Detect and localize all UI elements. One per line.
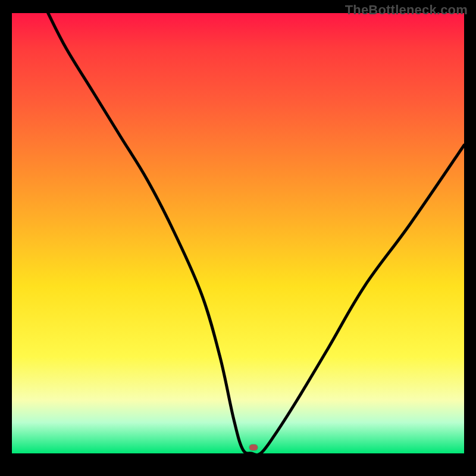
curve-layer bbox=[12, 13, 464, 453]
watermark-text: TheBottleneck.com bbox=[345, 2, 468, 18]
bottleneck-chart bbox=[12, 13, 464, 453]
bottom-black-strip bbox=[0, 453, 476, 476]
bottleneck-curve-path bbox=[48, 13, 464, 455]
app-frame: TheBottleneck.com bbox=[0, 0, 476, 476]
optimal-point-marker bbox=[249, 444, 258, 450]
